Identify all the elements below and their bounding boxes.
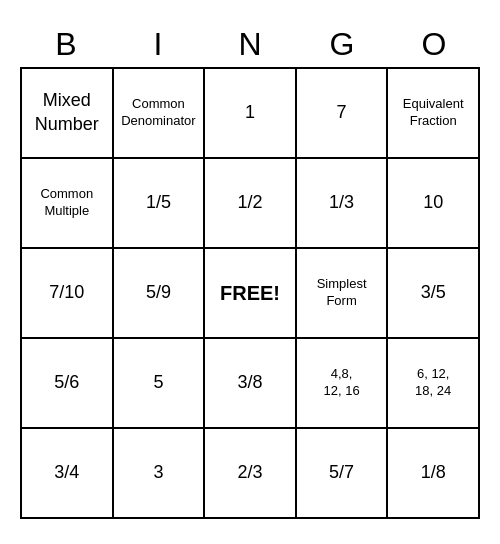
bingo-cell: 6, 12,18, 24	[388, 339, 480, 429]
bingo-cell: 5/9	[114, 249, 206, 339]
bingo-cell: 1/5	[114, 159, 206, 249]
header-letter: O	[390, 26, 478, 63]
bingo-cell: 2/3	[205, 429, 297, 519]
bingo-cell: 1/2	[205, 159, 297, 249]
bingo-cell: 1	[205, 69, 297, 159]
bingo-cell: 1/3	[297, 159, 389, 249]
header-letter: I	[114, 26, 202, 63]
free-cell: FREE!	[205, 249, 297, 339]
bingo-card: BINGO MixedNumberCommonDenominator17Equi…	[20, 26, 480, 519]
bingo-cell: 3/8	[205, 339, 297, 429]
bingo-cell: EquivalentFraction	[388, 69, 480, 159]
header-letter: G	[298, 26, 386, 63]
bingo-grid: MixedNumberCommonDenominator17Equivalent…	[20, 67, 480, 519]
bingo-cell: 7	[297, 69, 389, 159]
bingo-cell: 10	[388, 159, 480, 249]
bingo-header: BINGO	[20, 26, 480, 63]
bingo-cell: 3	[114, 429, 206, 519]
bingo-cell: CommonMultiple	[22, 159, 114, 249]
bingo-cell: 1/8	[388, 429, 480, 519]
bingo-cell: CommonDenominator	[114, 69, 206, 159]
bingo-cell: 5	[114, 339, 206, 429]
bingo-cell: MixedNumber	[22, 69, 114, 159]
header-letter: N	[206, 26, 294, 63]
bingo-cell: 3/4	[22, 429, 114, 519]
bingo-cell: SimplestForm	[297, 249, 389, 339]
bingo-cell: 3/5	[388, 249, 480, 339]
bingo-cell: 7/10	[22, 249, 114, 339]
bingo-cell: 5/6	[22, 339, 114, 429]
bingo-cell: 4,8,12, 16	[297, 339, 389, 429]
header-letter: B	[22, 26, 110, 63]
bingo-cell: 5/7	[297, 429, 389, 519]
